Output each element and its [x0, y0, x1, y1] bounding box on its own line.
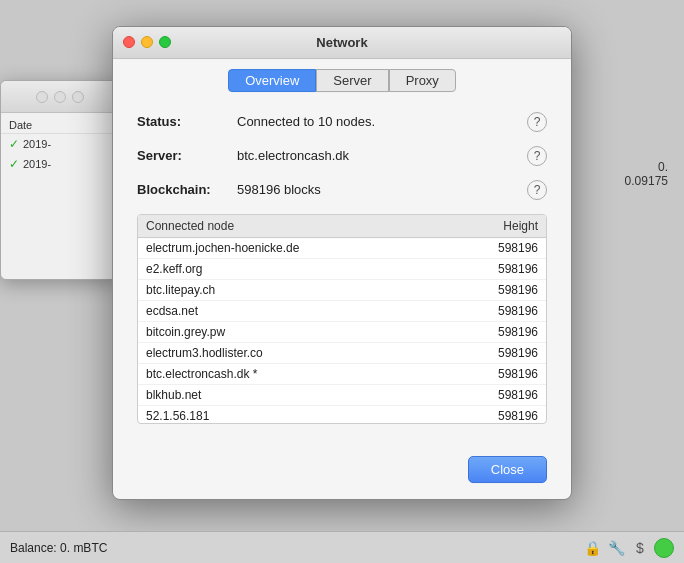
status-value: Connected to 10 nodes.	[237, 114, 527, 129]
bg-dot-2	[54, 91, 66, 103]
status-help-button[interactable]: ?	[527, 112, 547, 132]
status-row: Status: Connected to 10 nodes. ?	[137, 112, 547, 132]
bg-dot-3	[72, 91, 84, 103]
table-row[interactable]: electrum.jochen-hoenicke.de 598196	[138, 238, 546, 259]
table-row[interactable]: e2.keff.org 598196	[138, 259, 546, 280]
table-row[interactable]: blkhub.net 598196	[138, 385, 546, 406]
node-height: 598196	[468, 388, 538, 402]
status-label: Status:	[137, 114, 237, 129]
blockchain-row: Blockchain: 598196 blocks ?	[137, 180, 547, 200]
table-row[interactable]: btc.electroncash.dk * 598196	[138, 364, 546, 385]
tab-bar: Overview Server Proxy	[113, 59, 571, 100]
tab-proxy[interactable]: Proxy	[389, 69, 456, 92]
bg-dot-1	[36, 91, 48, 103]
close-window-button[interactable]	[123, 36, 135, 48]
bg-col-header: Date	[1, 117, 119, 134]
node-name: e2.keff.org	[146, 262, 468, 276]
background-window: Date ✓ 2019- ✓ 2019-	[0, 80, 120, 280]
node-name: ecdsa.net	[146, 304, 468, 318]
node-height: 598196	[468, 283, 538, 297]
lock-icon: 🔒	[582, 538, 602, 558]
bg-row-2: ✓ 2019-	[1, 154, 119, 174]
modal-titlebar: Network	[113, 27, 571, 59]
node-height: 598196	[468, 262, 538, 276]
nodes-table-body[interactable]: electrum.jochen-hoenicke.de 598196 e2.ke…	[138, 238, 546, 423]
nodes-table: Connected node Height electrum.jochen-ho…	[137, 214, 547, 424]
bg-content: Date ✓ 2019- ✓ 2019-	[1, 113, 119, 178]
modal-title: Network	[316, 35, 367, 50]
blockchain-help-button[interactable]: ?	[527, 180, 547, 200]
bg-date-1: 2019-	[23, 138, 51, 150]
table-row[interactable]: ecdsa.net 598196	[138, 301, 546, 322]
table-row[interactable]: btc.litepay.ch 598196	[138, 280, 546, 301]
server-value: btc.electroncash.dk	[237, 148, 527, 163]
nodes-table-header: Connected node Height	[138, 215, 546, 238]
col-height-header: Height	[468, 219, 538, 233]
node-height: 598196	[468, 409, 538, 423]
modal-footer: Close	[113, 456, 571, 499]
bg-values: 0. 0.09175	[584, 160, 684, 188]
node-name: btc.electroncash.dk *	[146, 367, 468, 381]
table-row[interactable]: electrum3.hodlister.co 598196	[138, 343, 546, 364]
blockchain-value: 598196 blocks	[237, 182, 527, 197]
connection-status-dot	[654, 538, 674, 558]
node-height: 598196	[468, 325, 538, 339]
blockchain-label: Blockchain:	[137, 182, 237, 197]
wrench-icon: 🔧	[606, 538, 626, 558]
node-name: bitcoin.grey.pw	[146, 325, 468, 339]
bg-titlebar	[1, 81, 119, 113]
check-icon-2: ✓	[9, 157, 19, 171]
tab-overview[interactable]: Overview	[228, 69, 316, 92]
server-label: Server:	[137, 148, 237, 163]
check-icon-1: ✓	[9, 137, 19, 151]
node-name: electrum.jochen-hoenicke.de	[146, 241, 468, 255]
maximize-window-button[interactable]	[159, 36, 171, 48]
minimize-window-button[interactable]	[141, 36, 153, 48]
table-row[interactable]: 52.1.56.181 598196	[138, 406, 546, 423]
server-help-button[interactable]: ?	[527, 146, 547, 166]
tab-server[interactable]: Server	[316, 69, 388, 92]
status-bar: Balance: 0. mBTC 🔒 🔧 $	[0, 531, 684, 563]
node-height: 598196	[468, 304, 538, 318]
node-height: 598196	[468, 346, 538, 360]
status-icons: 🔒 🔧 $	[582, 538, 674, 558]
bg-date-2: 2019-	[23, 158, 51, 170]
node-height: 598196	[468, 241, 538, 255]
close-button[interactable]: Close	[468, 456, 547, 483]
bg-row-1: ✓ 2019-	[1, 134, 119, 154]
network-dialog: Network Overview Server Proxy Status: Co…	[112, 26, 572, 500]
balance-label: Balance: 0. mBTC	[10, 541, 107, 555]
node-name: 52.1.56.181	[146, 409, 468, 423]
node-name: blkhub.net	[146, 388, 468, 402]
node-name: electrum3.hodlister.co	[146, 346, 468, 360]
table-row[interactable]: bitcoin.grey.pw 598196	[138, 322, 546, 343]
server-row: Server: btc.electroncash.dk ?	[137, 146, 547, 166]
node-name: btc.litepay.ch	[146, 283, 468, 297]
node-height: 598196	[468, 367, 538, 381]
bg-amount-2: 0.09175	[584, 174, 668, 188]
dollar-icon: $	[630, 538, 650, 558]
bg-date-col: Date	[9, 119, 32, 131]
window-controls	[123, 36, 171, 48]
bg-amount-1: 0.	[584, 160, 668, 174]
modal-content: Status: Connected to 10 nodes. ? Server:…	[113, 100, 571, 456]
col-node-header: Connected node	[146, 219, 468, 233]
